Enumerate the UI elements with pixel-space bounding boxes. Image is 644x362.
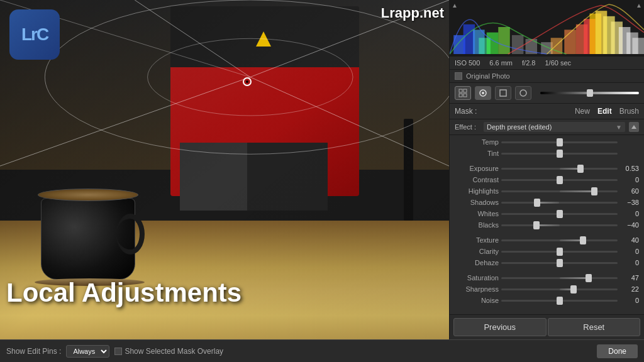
- slider-thumb-whites[interactable]: [557, 210, 563, 218]
- reset-button[interactable]: Reset: [548, 318, 641, 336]
- svg-rect-10: [464, 94, 467, 97]
- slider-track-temp[interactable]: [501, 141, 618, 143]
- slider-thumb-noise[interactable]: [557, 297, 563, 305]
- mask-tool-circle[interactable]: [515, 86, 531, 100]
- photo-area: LrC Lrapp.net Local Adjustments: [0, 0, 449, 339]
- done-button[interactable]: Done: [597, 344, 638, 358]
- bottom-bar-left: Show Edit Pins : Always Show Selected Ma…: [6, 345, 597, 358]
- mask-brush-btn[interactable]: Brush: [619, 107, 639, 116]
- slider-row-contrast: Contrast0: [450, 174, 644, 185]
- slider-value-noise: 0: [620, 297, 639, 304]
- slider-track-texture[interactable]: [501, 239, 618, 241]
- previous-button[interactable]: Previous: [453, 318, 547, 336]
- slider-row-shadows: Shadows−38: [450, 197, 644, 208]
- slider-thumb-temp[interactable]: [557, 138, 563, 146]
- slider-label-temp: Temp: [455, 138, 499, 146]
- svg-marker-15: [631, 125, 636, 129]
- exif-aperture: f/2.8: [522, 59, 535, 67]
- slider-row-dehaze: Dehaze0: [450, 257, 644, 268]
- slider-row-saturation: Saturation47: [450, 272, 644, 283]
- slider-row-blacks: Blacks−40: [450, 219, 644, 231]
- slider-thumb-saturation[interactable]: [586, 274, 592, 282]
- slider-thumb-sharpness[interactable]: [570, 285, 577, 293]
- mask-actions: New Edit Brush: [575, 107, 639, 116]
- feather-slider-thumb[interactable]: [587, 89, 593, 97]
- slider-label-whites: Whites: [455, 210, 499, 217]
- slider-thumb-tint[interactable]: [557, 150, 563, 158]
- slider-track-tint[interactable]: [501, 153, 618, 155]
- effect-row: Effect : Depth preset (edited) ▼: [450, 119, 644, 135]
- show-edit-pins-label: Show Edit Pins :: [6, 347, 61, 356]
- slider-row-exposure: Exposure0.53: [450, 163, 644, 174]
- svg-rect-8: [464, 89, 467, 92]
- slider-track-contrast[interactable]: [501, 179, 618, 181]
- slider-track-clarity[interactable]: [501, 251, 618, 253]
- show-mask-checkbox[interactable]: [114, 348, 122, 355]
- original-photo-label: Original Photo: [466, 72, 510, 80]
- histogram: ▲ ▲: [450, 0, 644, 57]
- slider-value-whites: 0: [620, 210, 639, 217]
- slider-track-saturation[interactable]: [501, 277, 618, 279]
- mask-header: Mask : New Edit Brush: [450, 104, 644, 119]
- slider-label-exposure: Exposure: [455, 165, 499, 172]
- mask-overlay: [0, 0, 449, 314]
- lr-logo-text: LrC: [21, 25, 48, 45]
- original-photo-checkbox[interactable]: [455, 72, 462, 80]
- slider-row-whites: Whites0: [450, 208, 644, 219]
- slider-thumb-texture[interactable]: [580, 236, 586, 244]
- mask-center-point: [243, 77, 252, 86]
- effect-dropdown-arrow[interactable]: ▼: [616, 124, 622, 131]
- slider-label-highlights: Highlights: [455, 187, 499, 195]
- slider-track-noise[interactable]: [501, 300, 618, 302]
- bottom-bar: Show Edit Pins : Always Show Selected Ma…: [0, 339, 644, 362]
- mask-new-btn[interactable]: New: [575, 107, 590, 116]
- mask-tool-grid[interactable]: [455, 86, 471, 100]
- slider-row-sharpness: Sharpness22: [450, 283, 644, 295]
- slider-value-contrast: 0: [620, 176, 639, 184]
- lr-logo: LrC: [9, 9, 60, 60]
- slider-label-shadows: Shadows: [455, 199, 499, 206]
- effect-options-btn[interactable]: [629, 122, 639, 132]
- mask-tool-rect[interactable]: [495, 86, 511, 100]
- slider-label-noise: Noise: [455, 297, 499, 304]
- slider-track-exposure[interactable]: [501, 168, 618, 170]
- slider-thumb-blacks[interactable]: [533, 221, 540, 229]
- slider-label-clarity: Clarity: [455, 248, 499, 255]
- slider-track-sharpness[interactable]: [501, 288, 618, 290]
- feather-slider[interactable]: [540, 92, 639, 94]
- svg-line-3: [250, 77, 449, 167]
- exif-focal: 6.6 mm: [489, 59, 513, 67]
- sliders-area: TempTintExposure0.53Contrast0Highlights6…: [450, 135, 644, 314]
- svg-point-14: [520, 90, 526, 96]
- slider-label-saturation: Saturation: [455, 274, 499, 282]
- slider-track-dehaze[interactable]: [501, 262, 618, 264]
- svg-rect-7: [459, 89, 462, 92]
- slider-row-noise: Noise0: [450, 295, 644, 306]
- show-edit-pins-select[interactable]: Always: [66, 345, 109, 358]
- slider-thumb-exposure[interactable]: [577, 165, 584, 173]
- slider-row-tint: Tint: [450, 148, 644, 159]
- slider-track-shadows[interactable]: [501, 202, 618, 204]
- slider-value-shadows: −38: [620, 199, 639, 206]
- slider-row-clarity: Clarity0: [450, 246, 644, 257]
- show-mask-checkbox-area: Show Selected Mask Overlay: [114, 347, 223, 356]
- mask-tool-radial[interactable]: [475, 86, 491, 100]
- histogram-canvas: [450, 0, 644, 57]
- slider-track-whites[interactable]: [501, 213, 618, 215]
- slider-thumb-contrast[interactable]: [557, 176, 563, 184]
- panel-bottom: Previous Reset: [450, 314, 644, 339]
- slider-thumb-highlights[interactable]: [591, 187, 597, 195]
- slider-label-blacks: Blacks: [455, 221, 499, 229]
- slider-label-contrast: Contrast: [455, 176, 499, 184]
- mask-edit-btn[interactable]: Edit: [597, 107, 612, 116]
- right-panel: ▲ ▲ ISO 500 6.6 mm f/2.8 1/60 sec Origin…: [449, 0, 644, 339]
- main-layout: LrC Lrapp.net Local Adjustments ▲ ▲ ISO …: [0, 0, 644, 339]
- slider-thumb-clarity[interactable]: [557, 248, 563, 256]
- slider-track-highlights[interactable]: [501, 190, 618, 192]
- watermark: Lrapp.net: [381, 5, 444, 21]
- effect-value: Depth preset (edited): [487, 123, 616, 131]
- hist-left-arrow: ▲: [452, 2, 458, 9]
- slider-thumb-dehaze[interactable]: [557, 259, 563, 267]
- slider-track-blacks[interactable]: [501, 224, 618, 226]
- slider-thumb-shadows[interactable]: [534, 199, 540, 207]
